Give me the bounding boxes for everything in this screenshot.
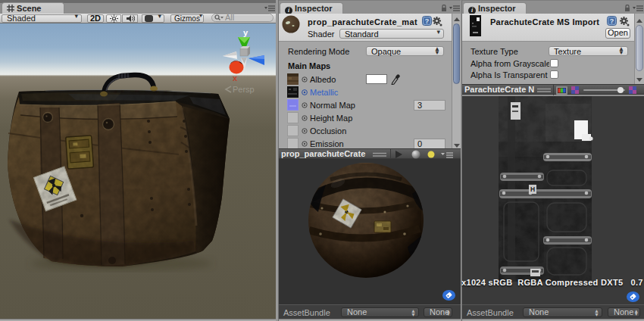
svg-text:?: ? bbox=[425, 17, 430, 25]
svg-text:?: ? bbox=[610, 17, 614, 25]
svg-text:x: x bbox=[233, 73, 238, 83]
svg-text:H: H bbox=[530, 185, 535, 193]
svg-text:y: y bbox=[243, 28, 249, 37]
